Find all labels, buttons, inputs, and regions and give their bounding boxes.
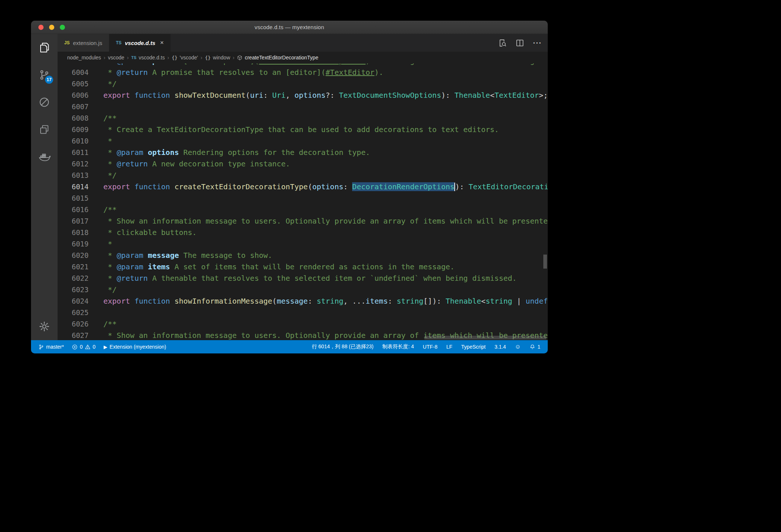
tab-vscode-d-ts[interactable]: TS vscode.d.ts × bbox=[109, 34, 171, 52]
code-line[interactable]: 6006export function showTextDocument(uri… bbox=[58, 90, 548, 101]
code-line[interactable]: 6023 */ bbox=[58, 284, 548, 296]
indentation-status[interactable]: 制表符长度: 4 bbox=[380, 343, 416, 350]
code-token: @param bbox=[117, 262, 143, 271]
language-mode-status[interactable]: TypeScript bbox=[459, 344, 488, 350]
code-editor[interactable]: 6003 * @param options [Editor options](#… bbox=[58, 63, 548, 340]
editor-actions: ··· bbox=[498, 34, 542, 52]
code-line[interactable]: 6011 * @param options Rendering options … bbox=[58, 147, 548, 158]
activity-item-docker[interactable] bbox=[31, 143, 58, 170]
code-line[interactable]: 6018 * clickable buttons. bbox=[58, 227, 548, 238]
breadcrumb-item-namespace-window[interactable]: {} window bbox=[205, 55, 230, 61]
code-line[interactable]: 6005 */ bbox=[58, 78, 548, 90]
line-number[interactable]: 6013 bbox=[58, 170, 89, 181]
code-line[interactable]: 6010 * bbox=[58, 135, 548, 147]
code-token: DecorationRenderOptions bbox=[352, 182, 454, 191]
cursor-position-status[interactable]: 行 6014，列 88 (已选择23) bbox=[310, 343, 376, 350]
zoom-window-button[interactable] bbox=[60, 25, 65, 30]
code-line[interactable]: 6017 * Show an information message to us… bbox=[58, 215, 548, 227]
code-line[interactable]: 6009 * Create a TextEditorDecorationType… bbox=[58, 124, 548, 135]
line-number[interactable]: 6004 bbox=[58, 67, 89, 78]
code-line[interactable]: 6022 * @return A thenable that resolves … bbox=[58, 273, 548, 284]
code-line[interactable]: 6024export function showInformationMessa… bbox=[58, 296, 548, 307]
feedback-status[interactable]: ☺ bbox=[513, 344, 523, 350]
code-line[interactable]: 6019 * bbox=[58, 238, 548, 250]
encoding-status[interactable]: UTF-8 bbox=[421, 344, 440, 350]
split-editor-icon[interactable] bbox=[516, 39, 524, 47]
tab-close-icon[interactable]: × bbox=[160, 39, 164, 46]
activity-item-settings[interactable] bbox=[31, 313, 58, 340]
code-line[interactable]: 6016/** bbox=[58, 204, 548, 215]
code-token bbox=[170, 297, 175, 305]
line-number[interactable]: 6021 bbox=[58, 261, 89, 273]
close-window-button[interactable] bbox=[38, 25, 44, 30]
more-actions-icon[interactable]: ··· bbox=[533, 39, 542, 46]
code-token: export bbox=[103, 182, 130, 191]
line-number[interactable]: 6019 bbox=[58, 238, 89, 250]
line-number[interactable]: 6006 bbox=[58, 90, 89, 101]
code-line[interactable]: 6004 * @return A promise that resolves t… bbox=[58, 67, 548, 78]
line-number[interactable]: 6008 bbox=[58, 113, 89, 124]
minimize-window-button[interactable] bbox=[49, 25, 54, 30]
code-line[interactable]: 6008/** bbox=[58, 113, 548, 124]
line-number[interactable]: 6009 bbox=[58, 124, 89, 135]
code-token: showTextDocument bbox=[175, 91, 246, 100]
activity-item-window-tool[interactable] bbox=[31, 116, 58, 143]
line-number[interactable]: 6026 bbox=[58, 318, 89, 330]
line-number[interactable]: 6012 bbox=[58, 158, 89, 170]
code-line[interactable]: 6007 bbox=[58, 101, 548, 113]
activity-item-circle-slash[interactable] bbox=[31, 89, 58, 116]
breadcrumb: node_modules › vscode › TS vscode.d.ts ›… bbox=[58, 52, 548, 63]
tab-bar: JS extension.js TS vscode.d.ts × bbox=[58, 34, 548, 52]
line-number[interactable]: 6014 bbox=[58, 181, 89, 193]
eol-status[interactable]: LF bbox=[444, 344, 454, 350]
code-line[interactable]: 6026/** bbox=[58, 318, 548, 330]
line-number[interactable]: 6020 bbox=[58, 250, 89, 261]
typescript-version-status[interactable]: 3.1.4 bbox=[492, 344, 508, 350]
tab-extension-js[interactable]: JS extension.js bbox=[58, 34, 109, 52]
line-number[interactable]: 6005 bbox=[58, 78, 89, 90]
code-token: ( bbox=[272, 297, 277, 305]
code-line[interactable]: 6020 * @param message The message to sho… bbox=[58, 250, 548, 261]
window-title: vscode.d.ts — myextension bbox=[31, 24, 548, 30]
line-number[interactable]: 6023 bbox=[58, 284, 89, 296]
breadcrumb-item-node-modules[interactable]: node_modules bbox=[67, 55, 101, 61]
code-token: undefined bbox=[526, 297, 548, 305]
code-line[interactable]: 6003 * @param options [Editor options](#… bbox=[58, 63, 548, 67]
code-line[interactable]: 6015 bbox=[58, 193, 548, 204]
vertical-scrollbar-thumb[interactable] bbox=[543, 255, 547, 269]
breadcrumb-item-module[interactable]: {} 'vscode' bbox=[172, 55, 198, 61]
code-token: TextDocumentShowOptions bbox=[339, 91, 441, 100]
activity-item-explorer[interactable] bbox=[31, 34, 58, 61]
line-number[interactable]: 6024 bbox=[58, 296, 89, 307]
line-number[interactable]: 6018 bbox=[58, 227, 89, 238]
code-token: items bbox=[365, 297, 388, 305]
line-number[interactable]: 6007 bbox=[58, 101, 89, 113]
breadcrumb-item-file[interactable]: TS vscode.d.ts bbox=[131, 55, 165, 61]
line-number[interactable]: 6017 bbox=[58, 215, 89, 227]
line-number[interactable]: 6003 bbox=[58, 63, 89, 67]
line-number[interactable]: 6016 bbox=[58, 204, 89, 215]
search-editor-icon[interactable] bbox=[498, 39, 507, 47]
line-number[interactable]: 6011 bbox=[58, 147, 89, 158]
breadcrumb-item-vscode[interactable]: vscode bbox=[108, 55, 124, 61]
code-line[interactable]: 6014export function createTextEditorDeco… bbox=[58, 181, 548, 193]
git-branch-status[interactable]: master* bbox=[36, 344, 66, 350]
eol: LF bbox=[446, 344, 452, 350]
code-line[interactable]: 6012 * @return A new decoration type ins… bbox=[58, 158, 548, 170]
line-number[interactable]: 6015 bbox=[58, 193, 89, 204]
horizontal-scrollbar-thumb[interactable] bbox=[424, 336, 546, 339]
breadcrumb-item-symbol[interactable]: createTextEditorDecorationType bbox=[237, 55, 318, 61]
code-line[interactable]: 6025 bbox=[58, 307, 548, 318]
code-line[interactable]: 6013 */ bbox=[58, 170, 548, 181]
line-number[interactable]: 6025 bbox=[58, 307, 89, 318]
line-number[interactable]: 6027 bbox=[58, 330, 89, 340]
line-number[interactable]: 6010 bbox=[58, 135, 89, 147]
title-bar[interactable]: vscode.d.ts — myextension bbox=[31, 21, 548, 34]
notifications-status[interactable]: 1 bbox=[527, 344, 543, 350]
code-line[interactable]: 6021 * @param items A set of items that … bbox=[58, 261, 548, 273]
line-number[interactable]: 6022 bbox=[58, 273, 89, 284]
problems-status[interactable]: 0 0 bbox=[70, 344, 98, 350]
code-token: export bbox=[103, 297, 130, 305]
debug-launch-status[interactable]: ▶ Extension (myextension) bbox=[102, 344, 168, 350]
activity-item-source-control[interactable]: 17 bbox=[31, 61, 58, 89]
